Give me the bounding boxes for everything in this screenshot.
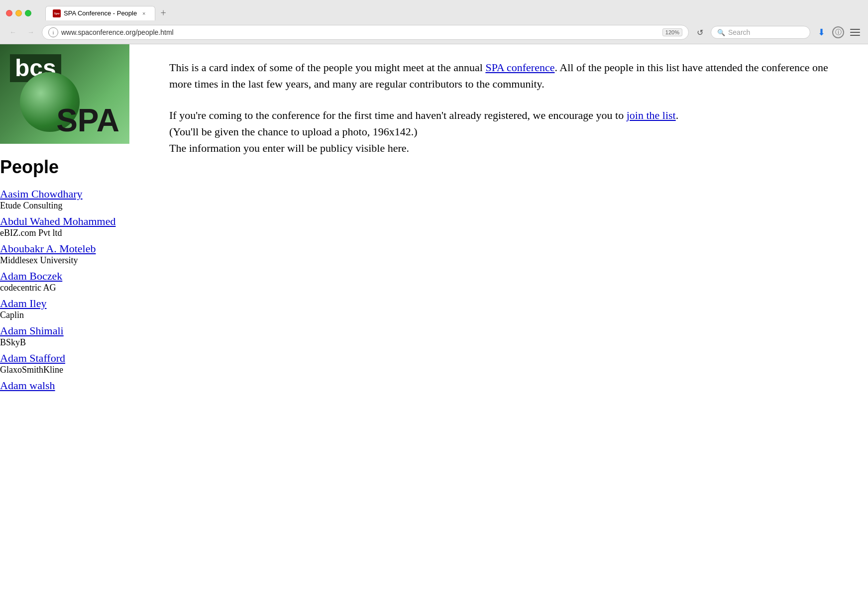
photo-note: (You'll be given the chance to upload a … — [169, 125, 417, 138]
browser-chrome: Spa SPA Conference - People × + ← → i ww… — [0, 0, 868, 44]
traffic-lights — [6, 10, 31, 16]
list-item: Abdul Wahed Mohammed eBIZ.com Pvt ltd — [0, 215, 139, 238]
download-icon: ⬇ — [818, 27, 825, 38]
person-org: BSkyB — [0, 337, 139, 348]
search-icon: 🔍 — [717, 29, 725, 36]
person-link[interactable]: Adam Stafford — [0, 352, 139, 365]
tab-title: SPA Conference - People — [64, 9, 137, 17]
active-tab[interactable]: Spa SPA Conference - People × — [45, 6, 155, 20]
url-text: www.spaconference.org/people.html — [61, 28, 659, 36]
person-link[interactable]: Abdul Wahed Mohammed — [0, 215, 139, 228]
tab-favicon: Spa — [53, 9, 61, 17]
person-org: codecentric AG — [0, 283, 139, 293]
intro-paragraph: This is a card index of some of the peop… — [169, 59, 848, 92]
list-item: Adam Boczek codecentric AG — [0, 270, 139, 293]
menu-line — [850, 29, 860, 30]
join-paragraph: If you're coming to the conference for t… — [169, 107, 848, 156]
page-heading: People — [0, 152, 139, 188]
tab-close-button[interactable]: × — [140, 9, 148, 17]
help-icon: ⓘ — [835, 28, 842, 37]
person-org: Etude Consulting — [0, 201, 139, 211]
address-bar: ← → i www.spaconference.org/people.html … — [0, 22, 868, 44]
person-org: eBIZ.com Pvt ltd — [0, 228, 139, 238]
person-link[interactable]: Adam Boczek — [0, 270, 139, 283]
list-item: Aasim Chowdhary Etude Consulting — [0, 188, 139, 211]
visibility-note: The information you enter will be public… — [169, 142, 409, 154]
person-link[interactable]: Aasim Chowdhary — [0, 188, 139, 201]
list-item: Adam Shimali BSkyB — [0, 324, 139, 348]
list-item: Adam Iley Caplin — [0, 297, 139, 320]
download-button[interactable]: ⬇ — [814, 25, 828, 39]
menu-line — [850, 32, 860, 33]
url-bar[interactable]: i www.spaconference.org/people.html 120% — [42, 25, 689, 40]
forward-button[interactable]: → — [24, 25, 38, 39]
zoom-badge: 120% — [662, 28, 682, 36]
maximize-button[interactable] — [25, 10, 31, 16]
person-org: Caplin — [0, 310, 139, 320]
bcs-spa-logo: bcs SPA — [0, 44, 129, 144]
join-list-link[interactable]: join the list — [627, 109, 676, 121]
page-content: bcs SPA People Aasim Chowdhary Etude Con… — [0, 44, 868, 404]
list-item: Adam Stafford GlaxoSmithKline — [0, 352, 139, 375]
search-placeholder: Search — [728, 28, 750, 36]
new-tab-button[interactable]: + — [156, 6, 170, 20]
info-icon[interactable]: i — [48, 27, 58, 37]
main-content: This is a card index of some of the peop… — [139, 44, 868, 404]
list-item: Aboubakr A. Moteleb Middlesex University — [0, 242, 139, 266]
logo-inner: bcs SPA — [0, 44, 129, 144]
title-bar: Spa SPA Conference - People × + — [0, 0, 868, 22]
spa-text: SPA — [56, 102, 119, 139]
spa-conference-link[interactable]: SPA conference — [485, 61, 554, 74]
people-list: Aasim Chowdhary Etude Consulting Abdul W… — [0, 188, 139, 392]
join-text-1: If you're coming to the conference for t… — [169, 109, 624, 121]
person-link[interactable]: Adam Shimali — [0, 324, 139, 337]
minimize-button[interactable] — [15, 10, 22, 16]
search-bar[interactable]: 🔍 Search — [711, 26, 810, 39]
list-item: Adam walsh — [0, 379, 139, 392]
reload-button[interactable]: ↺ — [693, 25, 707, 39]
join-period: . — [676, 109, 679, 121]
left-sidebar: bcs SPA People Aasim Chowdhary Etude Con… — [0, 44, 139, 404]
person-link[interactable]: Adam walsh — [0, 379, 139, 392]
person-link[interactable]: Aboubakr A. Moteleb — [0, 242, 139, 255]
menu-button[interactable] — [848, 27, 862, 38]
help-button[interactable]: ⓘ — [832, 26, 844, 38]
tab-bar: Spa SPA Conference - People × + — [45, 6, 862, 20]
menu-line — [850, 35, 860, 36]
person-link[interactable]: Adam Iley — [0, 297, 139, 310]
person-org: GlaxoSmithKline — [0, 365, 139, 375]
back-button[interactable]: ← — [6, 25, 20, 39]
close-button[interactable] — [6, 10, 12, 16]
person-org: Middlesex University — [0, 255, 139, 266]
